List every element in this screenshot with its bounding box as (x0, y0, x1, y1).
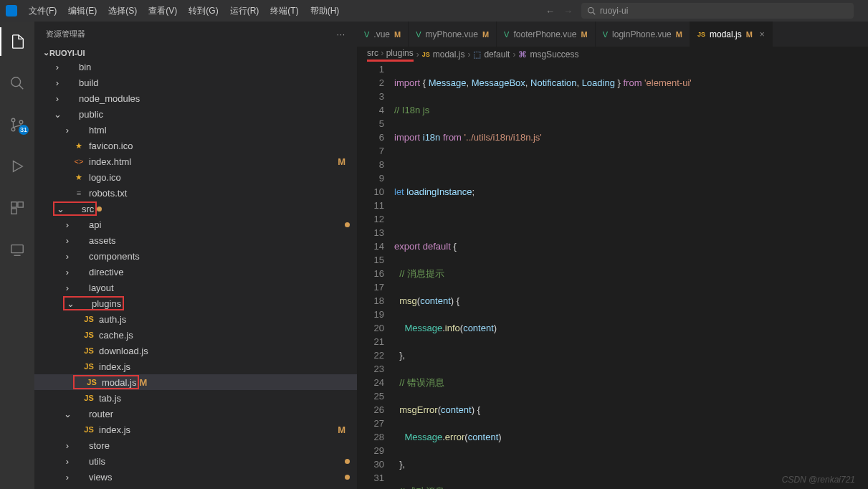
crumb-plugins[interactable]: plugins (386, 48, 414, 58)
tree-item-label: tab.js (99, 393, 350, 404)
tree-item-tab-js[interactable]: JStab.js (34, 390, 357, 406)
tree-item-favicon-ico[interactable]: ★favicon.ico (34, 138, 357, 153)
tree-item-label: cache.js (99, 330, 350, 341)
tab-label: footerPhone.vue (513, 29, 576, 39)
tree-item-logo-ico[interactable]: ★logo.ico (34, 169, 357, 185)
chevron-icon: ⌄ (53, 109, 62, 120)
tree-item-src[interactable]: ⌄src (34, 201, 357, 217)
tab-myPhone-vue[interactable]: VmyPhone.vueM (409, 22, 497, 47)
tree-item-modal-js[interactable]: JSmodal.jsM (34, 374, 357, 390)
tree-root-label: RUOYI-UI (49, 49, 85, 57)
chevron-icon: › (63, 267, 72, 277)
tree-item-index-js[interactable]: JSindex.jsM (34, 422, 357, 437)
menu-help[interactable]: 帮助(H) (305, 2, 345, 20)
tree-item-label: logo.ico (89, 172, 350, 183)
tree-item-router[interactable]: ⌄router (34, 406, 357, 422)
menu-run[interactable]: 运行(R) (224, 2, 265, 20)
tree-item-label: modal.js (102, 377, 136, 388)
tree-item-label: robots.txt (89, 188, 350, 199)
vue-icon: V (603, 30, 608, 39)
tab-modal-js[interactable]: JSmodal.jsM× (690, 22, 773, 47)
tree-item-store[interactable]: ›store (34, 437, 357, 453)
menu-file[interactable]: 文件(F) (23, 2, 62, 20)
tree-item-html[interactable]: ›html (34, 122, 357, 138)
close-icon[interactable]: × (760, 29, 765, 39)
tree-item-label: index.html (89, 156, 338, 167)
tab--vue[interactable]: V.vueM (357, 22, 409, 47)
chevron-icon: ⌄ (56, 204, 65, 214)
tree-item-index-js[interactable]: JSindex.js (34, 359, 357, 374)
tree-item-label: favicon.ico (89, 141, 350, 151)
js-icon: JS (422, 51, 430, 58)
tab-loginPhone-vue[interactable]: VloginPhone.vueM (596, 22, 690, 47)
tree-item-api[interactable]: ›api (34, 217, 357, 232)
git-status: M (338, 424, 345, 435)
tree-item-robots-txt[interactable]: ≡robots.txt (34, 185, 357, 201)
tab-modified: M (581, 30, 588, 39)
tree-item-cache-js[interactable]: JScache.js (34, 327, 357, 343)
menu-terminal[interactable]: 终端(T) (264, 2, 304, 20)
sidebar-more-icon[interactable]: ··· (337, 30, 345, 39)
module-icon: ⬚ (473, 49, 481, 60)
tree-item-plugins[interactable]: ⌄plugins (34, 295, 357, 311)
tree-item-download-js[interactable]: JSdownload.js (34, 343, 357, 359)
command-center[interactable]: ruoyi-ui (581, 3, 854, 19)
chevron-icon: › (53, 62, 62, 72)
nav-fwd-icon[interactable]: → (563, 6, 573, 16)
command-center-text: ruoyi-ui (600, 6, 628, 16)
activity-search[interactable] (0, 69, 34, 98)
chevron-icon: ⌄ (63, 409, 72, 419)
tree-item-build[interactable]: ›build (34, 75, 357, 90)
code-area[interactable]: 1234567891011121314151617181920212223242… (357, 62, 868, 489)
chevron-icon: › (63, 125, 72, 136)
activity-explorer[interactable] (0, 27, 34, 56)
search-icon (587, 6, 596, 15)
menu-view[interactable]: 查看(V) (143, 2, 183, 20)
breadcrumb[interactable]: src › plugins › JS modal.js › ⬚ default … (357, 47, 868, 62)
tree-item-directive[interactable]: ›directive (34, 264, 357, 280)
method-icon: ⌘ (518, 49, 527, 60)
tree-item-label: assets (89, 235, 350, 246)
nav-back-icon[interactable]: ← (545, 6, 555, 16)
tree-item-utils[interactable]: ›utils (34, 453, 357, 469)
crumb-method[interactable]: msgSuccess (530, 49, 578, 60)
vue-icon: V (504, 30, 509, 39)
activity-scm[interactable]: 31 (0, 110, 34, 139)
tree-item-label: bin (79, 62, 350, 72)
chevron-right-icon: › (381, 48, 383, 58)
tree-item-bin[interactable]: ›bin (34, 59, 357, 75)
git-dot (345, 459, 350, 464)
crumb-src[interactable]: src (367, 48, 378, 58)
folder-icon (73, 408, 85, 419)
tree-item-assets[interactable]: ›assets (34, 232, 357, 248)
tree-root[interactable]: ⌄ RUOYI-UI (34, 47, 357, 59)
tree-item-components[interactable]: ›components (34, 248, 357, 264)
remote-icon (9, 242, 25, 257)
crumb-file[interactable]: modal.js (433, 49, 465, 60)
menu-edit[interactable]: 编辑(E) (62, 2, 102, 20)
menu-select[interactable]: 选择(S) (102, 2, 143, 20)
txt-icon: ≡ (73, 187, 85, 199)
tree-item-layout[interactable]: ›layout (34, 280, 357, 295)
tab-footerPhone-vue[interactable]: VfooterPhone.vueM (497, 22, 596, 47)
tree-item-auth-js[interactable]: JSauth.js (34, 311, 357, 327)
git-status: M (338, 156, 345, 167)
chevron-icon: › (63, 251, 72, 262)
tree-item-label: auth.js (99, 314, 350, 325)
js-icon: JS (83, 345, 95, 356)
tree-item-node_modules[interactable]: ›node_modules (34, 90, 357, 106)
menu-goto[interactable]: 转到(G) (183, 2, 224, 20)
activity-debug[interactable] (0, 152, 34, 181)
chevron-right-icon: › (416, 49, 419, 60)
tree-item-label: html (89, 125, 350, 136)
code-content[interactable]: import { Message, MessageBox, Notificati… (394, 62, 868, 489)
tree-item-index-html[interactable]: <>index.htmlM (34, 153, 357, 169)
tree-item-views[interactable]: ›views (34, 469, 357, 485)
tab-modified: M (676, 30, 682, 39)
tree-item-public[interactable]: ⌄public (34, 106, 357, 122)
vue-icon: V (416, 30, 421, 39)
sidebar-title: 资源管理器 (46, 29, 85, 39)
activity-remote[interactable] (0, 235, 34, 264)
activity-extensions[interactable] (0, 194, 34, 222)
crumb-default[interactable]: default (484, 49, 510, 60)
